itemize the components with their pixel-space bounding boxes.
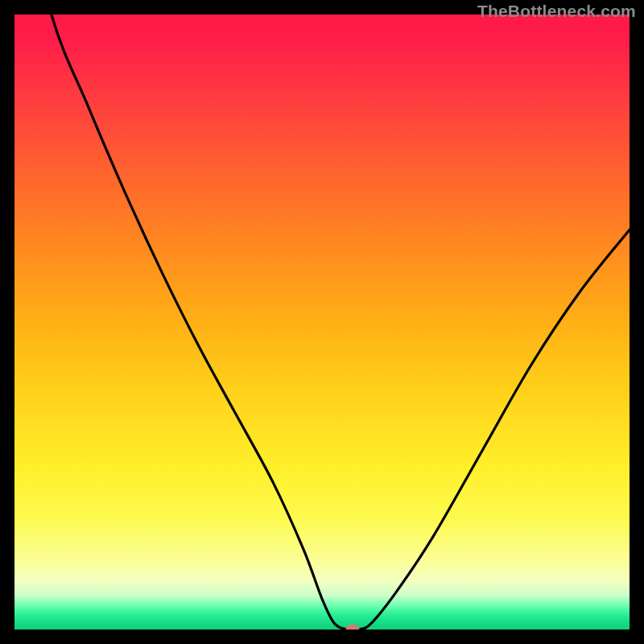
plot-area	[14, 14, 630, 630]
optimal-point-marker	[346, 625, 360, 630]
watermark-text: TheBottleneck.com	[477, 2, 636, 21]
chart-frame: TheBottleneck.com	[0, 0, 644, 644]
bottleneck-curve	[14, 14, 630, 630]
